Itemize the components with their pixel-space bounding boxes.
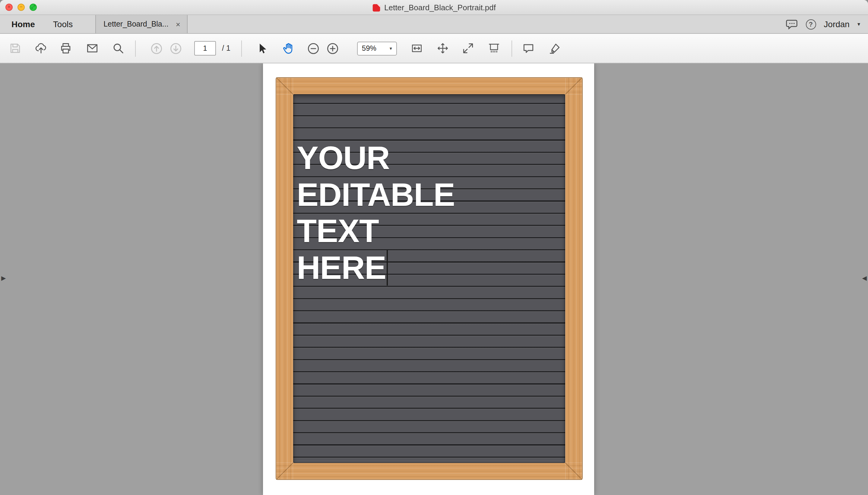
toolbar-divider	[241, 40, 242, 56]
feedback-bubble-icon[interactable]	[785, 18, 798, 30]
frame-rail-right	[565, 78, 582, 479]
window-title-group: Letter_Board_Black_Portrait.pdf	[0, 0, 868, 15]
letter-board[interactable]: YOUR EDITABLE TEXT HERE	[293, 94, 565, 463]
board-text-line: TEXT	[297, 212, 455, 249]
select-tool-button[interactable]	[254, 40, 270, 56]
page-total-label: / 1	[222, 44, 230, 52]
letter-board-frame: YOUR EDITABLE TEXT HERE	[276, 77, 583, 480]
tab-home[interactable]: Home	[2, 15, 44, 33]
editable-text-block[interactable]: YOUR EDITABLE TEXT HERE	[297, 139, 455, 286]
user-menu-label[interactable]: Jordan	[823, 19, 850, 29]
fit-width-button[interactable]	[409, 40, 425, 56]
toolbar: / 1 59% ▾	[0, 34, 868, 63]
tab-bar: Home Tools Letter_Board_Bla... × ? Jorda…	[0, 15, 868, 34]
zoom-level-value: 59%	[362, 44, 376, 52]
window-title: Letter_Board_Black_Portrait.pdf	[384, 3, 496, 12]
toolbar-divider	[135, 40, 136, 56]
zoom-level-select[interactable]: 59% ▾	[357, 41, 397, 55]
left-panel-toggle[interactable]: ▶	[1, 275, 6, 281]
acrobat-window: × − ⤢ Letter_Board_Black_Portrait.pdf Ho…	[0, 0, 868, 495]
highlight-tool-button[interactable]	[547, 40, 563, 56]
title-bar: × − ⤢ Letter_Board_Black_Portrait.pdf	[0, 0, 868, 15]
zoom-in-button[interactable]	[325, 40, 341, 56]
close-tab-icon[interactable]: ×	[176, 20, 180, 29]
toolbar-divider	[512, 40, 512, 56]
right-panel-toggle[interactable]: ◀	[862, 275, 867, 281]
page-number-input[interactable]	[194, 41, 216, 55]
email-button[interactable]	[85, 40, 100, 56]
next-page-button[interactable]	[168, 40, 183, 56]
share-upload-button[interactable]	[33, 40, 49, 56]
fullscreen-button[interactable]	[460, 40, 476, 56]
tab-document[interactable]: Letter_Board_Bla... ×	[95, 15, 188, 33]
frame-rail-top	[276, 78, 582, 95]
frame-rail-bottom	[276, 462, 582, 479]
zoom-out-button[interactable]	[306, 40, 321, 56]
presentation-mode-button[interactable]	[486, 40, 502, 56]
search-icon[interactable]	[110, 40, 126, 56]
tab-document-label: Letter_Board_Bla...	[104, 20, 168, 28]
previous-page-button[interactable]	[148, 40, 164, 56]
board-text-line: YOUR	[297, 139, 455, 176]
frame-rail-left	[276, 78, 293, 479]
fit-page-button[interactable]	[435, 40, 450, 56]
user-menu-caret-icon[interactable]: ▾	[857, 21, 860, 27]
print-button[interactable]	[58, 40, 74, 56]
hand-tool-button[interactable]	[281, 40, 296, 56]
tabbar-right-cluster: ? Jordan ▾	[785, 15, 868, 33]
comment-tool-button[interactable]	[520, 40, 536, 56]
save-button[interactable]	[7, 40, 23, 56]
text-cursor	[387, 250, 388, 286]
tab-tools[interactable]: Tools	[44, 15, 82, 33]
document-canvas[interactable]: YOUR EDITABLE TEXT HERE ▶ ◀	[0, 63, 868, 495]
pdf-file-icon	[372, 3, 380, 12]
pdf-page: YOUR EDITABLE TEXT HERE	[263, 63, 594, 495]
chevron-down-icon: ▾	[390, 46, 392, 51]
help-icon[interactable]: ?	[805, 19, 816, 29]
board-text-line: HERE	[297, 249, 455, 286]
board-text-line: EDITABLE	[297, 176, 455, 212]
